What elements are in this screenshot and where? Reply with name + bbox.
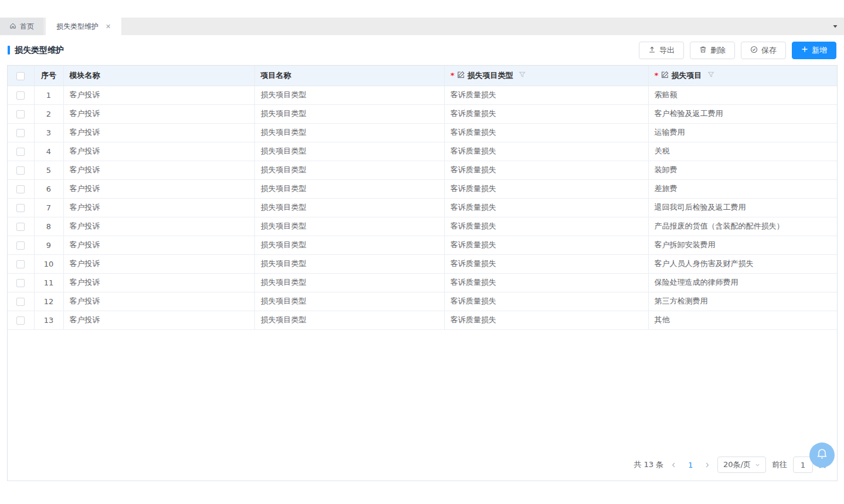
page-size-label: 20条/页 [723, 459, 751, 470]
cell-project: 损失项目类型 [254, 161, 444, 179]
cell-loss-item[interactable]: 保险处理造成的律师费用 [648, 273, 837, 292]
cell-loss-item[interactable]: 第三方检测费用 [648, 292, 837, 311]
cell-project: 损失项目类型 [254, 104, 444, 123]
cell-module: 客户投诉 [63, 198, 254, 217]
page-number[interactable]: 1 [684, 461, 697, 469]
row-checkbox[interactable] [16, 91, 25, 100]
title-accent-bar [8, 46, 10, 55]
row-checkbox[interactable] [16, 148, 25, 156]
cell-module: 客户投诉 [63, 161, 254, 179]
cell-loss-type[interactable]: 客诉质量损失 [444, 217, 648, 236]
cell-checkbox [8, 161, 34, 179]
next-page-button[interactable] [703, 462, 712, 468]
cell-checkbox [8, 179, 34, 198]
table-row[interactable]: 11 客户投诉 损失项目类型 客诉质量损失 保险处理造成的律师费用 [8, 273, 837, 292]
table-row[interactable]: 10 客户投诉 损失项目类型 客诉质量损失 客户人员人身伤害及财产损失 [8, 254, 837, 273]
cell-loss-type[interactable]: 客诉质量损失 [444, 236, 648, 254]
cell-loss-type[interactable]: 客诉质量损失 [444, 198, 648, 217]
edit-icon [661, 71, 669, 80]
cell-loss-item[interactable]: 客户拆卸安装费用 [648, 236, 837, 254]
cell-loss-type[interactable]: 客诉质量损失 [444, 311, 648, 329]
cell-loss-type[interactable]: 客诉质量损失 [444, 123, 648, 142]
cell-loss-type[interactable]: 客诉质量损失 [444, 254, 648, 273]
table-row[interactable]: 5 客户投诉 损失项目类型 客诉质量损失 装卸费 [8, 161, 837, 179]
export-icon [648, 46, 656, 55]
export-button[interactable]: 导出 [639, 42, 684, 59]
check-circle-icon [750, 46, 758, 55]
cell-project: 损失项目类型 [254, 198, 444, 217]
required-mark: * [451, 71, 455, 80]
cell-loss-item[interactable]: 产品报废的货值（含装配的配件损失） [648, 217, 837, 236]
notification-bell-button[interactable] [809, 442, 835, 468]
cell-loss-item[interactable]: 其他 [648, 311, 837, 329]
filter-icon[interactable] [707, 71, 714, 80]
cell-loss-item[interactable]: 关税 [648, 142, 837, 161]
table-row[interactable]: 13 客户投诉 损失项目类型 客诉质量损失 其他 [8, 311, 837, 329]
bell-icon [815, 447, 829, 463]
cell-loss-item[interactable]: 客户检验及返工费用 [648, 104, 837, 123]
cell-loss-type[interactable]: 客诉质量损失 [444, 104, 648, 123]
cell-loss-type[interactable]: 客诉质量损失 [444, 86, 648, 104]
row-checkbox[interactable] [16, 204, 25, 212]
required-mark: * [655, 71, 659, 80]
cell-loss-type[interactable]: 客诉质量损失 [444, 161, 648, 179]
tab-bar: 首页 损失类型维护 ✕ [0, 18, 844, 35]
row-checkbox[interactable] [16, 298, 25, 306]
row-checkbox[interactable] [16, 110, 25, 118]
row-checkbox[interactable] [16, 166, 25, 175]
table-row[interactable]: 8 客户投诉 损失项目类型 客诉质量损失 产品报废的货值（含装配的配件损失） [8, 217, 837, 236]
save-button[interactable]: 保存 [741, 42, 786, 59]
cell-project: 损失项目类型 [254, 273, 444, 292]
cell-loss-item[interactable]: 退回我司后检验及返工费用 [648, 198, 837, 217]
home-icon [9, 22, 16, 31]
cell-index: 6 [34, 179, 63, 198]
trash-icon [699, 46, 707, 55]
cell-loss-type[interactable]: 客诉质量损失 [444, 142, 648, 161]
cell-checkbox [8, 236, 34, 254]
cell-loss-type[interactable]: 客诉质量损失 [444, 179, 648, 198]
table-row[interactable]: 2 客户投诉 损失项目类型 客诉质量损失 客户检验及返工费用 [8, 104, 837, 123]
page-title-text: 损失类型维护 [15, 45, 64, 56]
close-icon[interactable]: ✕ [106, 23, 111, 30]
row-checkbox[interactable] [16, 223, 25, 231]
row-checkbox[interactable] [16, 129, 25, 137]
tab-list-dropdown-icon[interactable] [832, 18, 838, 35]
page-size-select[interactable]: 20条/页 [717, 457, 766, 473]
cell-loss-item[interactable]: 索赔额 [648, 86, 837, 104]
pagination: 共 13 条 1 20条/页 前往 页 [8, 457, 837, 481]
prev-page-button[interactable] [669, 462, 678, 468]
cell-module: 客户投诉 [63, 254, 254, 273]
row-checkbox[interactable] [16, 260, 25, 268]
cell-checkbox [8, 217, 34, 236]
cell-loss-item[interactable]: 差旅费 [648, 179, 837, 198]
table-row[interactable]: 4 客户投诉 损失项目类型 客诉质量损失 关税 [8, 142, 837, 161]
add-button-label: 新增 [812, 45, 827, 56]
cell-loss-item[interactable]: 装卸费 [648, 161, 837, 179]
tab-home[interactable]: 首页 [0, 18, 43, 35]
table-row[interactable]: 12 客户投诉 损失项目类型 客诉质量损失 第三方检测费用 [8, 292, 837, 311]
tab-loss-type-maintenance[interactable]: 损失类型维护 ✕ [46, 18, 121, 35]
cell-loss-type[interactable]: 客诉质量损失 [444, 273, 648, 292]
cell-checkbox [8, 311, 34, 329]
select-all-checkbox[interactable] [16, 72, 25, 80]
delete-button[interactable]: 删除 [690, 42, 735, 59]
cell-checkbox [8, 198, 34, 217]
filter-icon[interactable] [519, 71, 526, 80]
header-project: 项目名称 [254, 66, 444, 86]
table-row[interactable]: 7 客户投诉 损失项目类型 客诉质量损失 退回我司后检验及返工费用 [8, 198, 837, 217]
cell-project: 损失项目类型 [254, 311, 444, 329]
cell-loss-item[interactable]: 运输费用 [648, 123, 837, 142]
row-checkbox[interactable] [16, 316, 25, 325]
cell-loss-item[interactable]: 客户人员人身伤害及财产损失 [648, 254, 837, 273]
header-loss-type-label: 损失项目类型 [467, 70, 513, 81]
cell-loss-type[interactable]: 客诉质量损失 [444, 292, 648, 311]
row-checkbox[interactable] [16, 279, 25, 287]
add-button[interactable]: 新增 [792, 42, 836, 59]
row-checkbox[interactable] [16, 185, 25, 193]
row-checkbox[interactable] [16, 241, 25, 250]
cell-module: 客户投诉 [63, 236, 254, 254]
table-row[interactable]: 3 客户投诉 损失项目类型 客诉质量损失 运输费用 [8, 123, 837, 142]
table-row[interactable]: 9 客户投诉 损失项目类型 客诉质量损失 客户拆卸安装费用 [8, 236, 837, 254]
table-row[interactable]: 6 客户投诉 损失项目类型 客诉质量损失 差旅费 [8, 179, 837, 198]
table-row[interactable]: 1 客户投诉 损失项目类型 客诉质量损失 索赔额 [8, 86, 837, 104]
